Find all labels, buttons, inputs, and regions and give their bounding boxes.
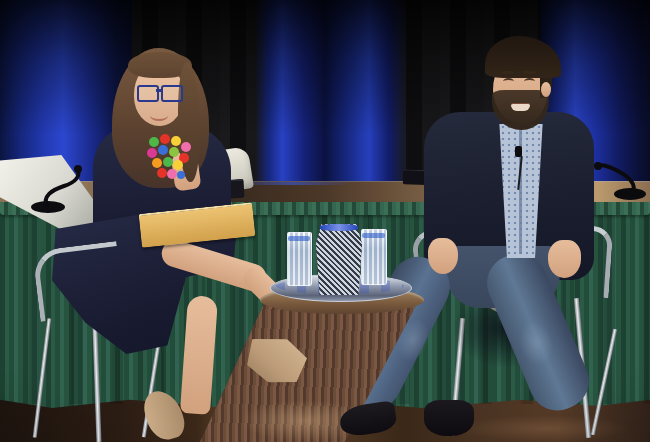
- glasses-bridge: [156, 89, 163, 92]
- man-hand-left: [428, 238, 458, 274]
- water-pitcher-rim: [320, 224, 358, 231]
- water-pitcher: [316, 224, 362, 295]
- floor-reflection-right: [460, 415, 630, 442]
- water-glass-left-rim: [288, 236, 310, 241]
- gooseneck-mic-right-icon: [594, 150, 650, 202]
- glasses-right-lens: [161, 85, 183, 102]
- water-glass-right-rim: [362, 233, 385, 238]
- gooseneck-mic-left-icon: [22, 162, 94, 214]
- glasses-left-lens: [137, 85, 159, 102]
- left-chair-arm: [32, 241, 125, 322]
- man-eye-right: [524, 78, 535, 85]
- man-shoe-right: [424, 400, 474, 436]
- man-eye-left: [503, 78, 514, 85]
- stage-photo: [0, 0, 650, 442]
- man-ear: [541, 82, 551, 97]
- bead-necklace: [144, 132, 200, 186]
- woman-glasses: [137, 85, 185, 101]
- woman-smile: [150, 110, 168, 121]
- man-hand-right: [548, 240, 581, 278]
- man-mouth-smile: [511, 103, 530, 111]
